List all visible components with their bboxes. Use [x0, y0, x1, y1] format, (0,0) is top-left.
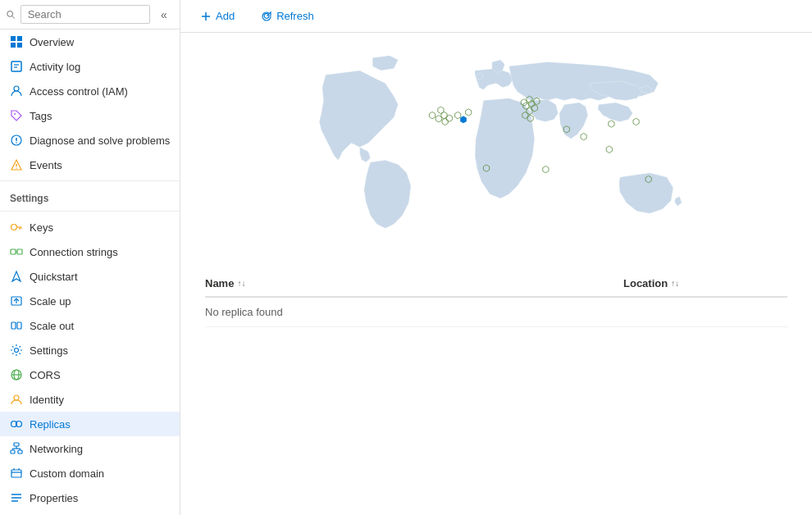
cors-icon	[10, 368, 23, 381]
svg-point-28	[15, 349, 19, 353]
connection-icon	[10, 245, 23, 258]
location-sort-icon: ↑↓	[671, 279, 679, 288]
sidebar-item-connection-strings[interactable]: Connection strings	[0, 239, 180, 264]
map-container	[180, 33, 812, 271]
refresh-icon	[261, 11, 272, 22]
add-icon	[200, 11, 212, 22]
sidebar-item-tags[interactable]: Tags	[0, 103, 180, 128]
toolbar: Add Refresh	[180, 0, 812, 33]
sidebar-item-keys-label: Keys	[30, 221, 53, 234]
sidebar-item-iam-label: Access control (IAM)	[30, 85, 128, 98]
sidebar-scroll: Overview Activity log Access control (IA…	[0, 30, 180, 515]
svg-rect-6	[11, 62, 21, 71]
activity-icon	[10, 60, 23, 73]
sidebar-item-quickstart-label: Quickstart	[30, 271, 78, 283]
tags-icon	[10, 109, 23, 122]
empty-message-row: No replica found	[205, 298, 787, 327]
sidebar-item-conn-label: Connection strings	[30, 246, 118, 258]
name-sort-icon: ↑↓	[237, 279, 245, 288]
svg-point-9	[14, 86, 19, 91]
overview-icon	[10, 35, 23, 48]
quickstart-icon	[10, 270, 23, 283]
content-area: Name ↑↓ Location ↑↓ No replica found	[180, 33, 812, 515]
events-icon	[10, 158, 23, 171]
svg-point-16	[16, 167, 17, 169]
sidebar-item-cors[interactable]: CORS	[0, 362, 180, 387]
sidebar-item-scaleout-label: Scale out	[30, 320, 74, 332]
sidebar-item-overview[interactable]: Overview	[0, 30, 180, 54]
refresh-button[interactable]: Refresh	[254, 7, 321, 25]
sidebar-item-replicas-label: Replicas	[30, 418, 71, 431]
keys-icon	[10, 221, 23, 234]
table-area: Name ↑↓ Location ↑↓ No replica found	[180, 271, 812, 327]
settings-divider	[0, 180, 180, 181]
svg-rect-4	[11, 43, 16, 48]
collapse-sidebar-button[interactable]: «	[155, 6, 173, 24]
sidebar-item-activity-label: Activity log	[30, 61, 80, 73]
svg-rect-3	[17, 36, 22, 41]
svg-point-32	[14, 395, 19, 400]
sidebar-item-tags-label: Tags	[30, 110, 52, 122]
world-map	[205, 49, 787, 262]
sidebar-item-domain-label: Custom domain	[30, 467, 104, 480]
sidebar-item-cors-label: CORS	[30, 369, 61, 381]
settings-divider2	[0, 211, 180, 212]
svg-line-1	[12, 16, 15, 18]
sidebar-item-scale-up[interactable]: Scale up	[0, 289, 180, 313]
sidebar-item-settings[interactable]: Settings	[0, 338, 180, 362]
sidebar-item-properties[interactable]: Properties	[0, 485, 180, 510]
sidebar-item-diagnose[interactable]: Diagnose and solve problems	[0, 128, 180, 153]
properties-icon	[10, 491, 23, 504]
sidebar-item-identity[interactable]: Identity	[0, 387, 180, 412]
column-location-header[interactable]: Location ↑↓	[623, 277, 787, 289]
svg-rect-21	[11, 249, 16, 254]
svg-rect-2	[11, 36, 16, 41]
svg-rect-5	[17, 43, 22, 48]
no-replica-message: No replica found	[205, 306, 283, 318]
svg-rect-26	[11, 322, 16, 329]
sidebar-item-settings-label: Settings	[30, 344, 68, 357]
sidebar-item-networking-label: Networking	[30, 443, 83, 455]
sidebar-search-area: «	[0, 0, 180, 30]
world-map-svg	[205, 49, 787, 262]
search-input[interactable]	[21, 5, 150, 24]
sidebar-item-keys[interactable]: Keys	[0, 215, 180, 239]
svg-rect-22	[17, 249, 22, 254]
sidebar-item-networking[interactable]: Networking	[0, 436, 180, 461]
sidebar-item-events-label: Events	[30, 159, 62, 171]
sidebar-item-properties-label: Properties	[30, 492, 78, 504]
sidebar-item-quickstart[interactable]: Quickstart	[0, 264, 180, 289]
col-location-label: Location	[623, 277, 668, 289]
col-name-label: Name	[205, 277, 234, 289]
table-header: Name ↑↓ Location ↑↓	[205, 271, 787, 298]
svg-point-13	[16, 142, 17, 144]
sidebar-item-replicas[interactable]: Replicas	[0, 412, 180, 436]
sidebar-item-scale-out[interactable]: Scale out	[0, 313, 180, 338]
svg-rect-42	[11, 470, 21, 477]
diagnose-icon	[10, 134, 23, 147]
settings-icon	[10, 344, 23, 357]
sidebar-item-diagnose-label: Diagnose and solve problems	[30, 134, 170, 147]
iam-icon	[10, 84, 23, 98]
identity-icon	[10, 393, 23, 406]
sidebar: « Overview Activity log Access control (…	[0, 0, 180, 515]
sidebar-item-activity-log[interactable]: Activity log	[0, 54, 180, 79]
svg-rect-36	[11, 450, 15, 453]
sidebar-item-iam[interactable]: Access control (IAM)	[0, 79, 180, 103]
column-name-header[interactable]: Name ↑↓	[205, 277, 623, 289]
scaleout-icon	[10, 319, 23, 332]
sidebar-item-overview-label: Overview	[30, 36, 74, 48]
replicas-icon	[10, 417, 23, 431]
search-icon	[7, 9, 16, 21]
svg-point-17	[11, 225, 17, 230]
sidebar-item-custom-domain[interactable]: Custom domain	[0, 461, 180, 485]
sidebar-item-locks[interactable]: Locks	[0, 510, 180, 515]
add-button[interactable]: Add	[194, 7, 241, 25]
svg-rect-37	[18, 450, 22, 453]
networking-icon	[10, 442, 23, 455]
sidebar-item-identity-label: Identity	[30, 394, 64, 406]
sidebar-item-events[interactable]: Events	[0, 153, 180, 177]
sidebar-item-scaleup-label: Scale up	[30, 295, 71, 308]
svg-rect-35	[14, 443, 19, 446]
svg-point-10	[14, 113, 16, 115]
